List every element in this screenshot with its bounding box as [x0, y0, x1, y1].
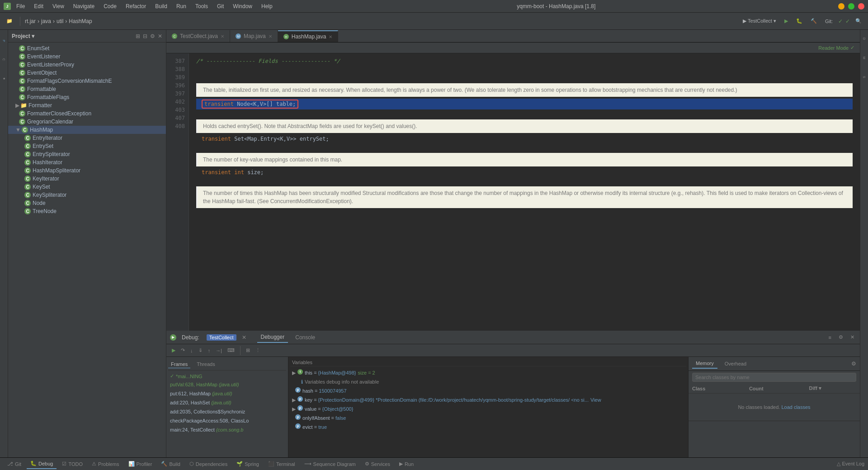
tab-overhead[interactable]: Overhead: [721, 359, 750, 368]
menu-file[interactable]: File: [14, 2, 27, 10]
memory-search-input[interactable]: [692, 373, 856, 382]
expand-all-button[interactable]: ⊟: [143, 33, 147, 39]
menu-run[interactable]: Run: [175, 2, 188, 10]
tab-profiler[interactable]: 📊 Profiler: [125, 459, 156, 469]
code-editor[interactable]: 387 388 389 396 397 402 403 407 408: [166, 53, 860, 331]
tab-memory[interactable]: Memory: [692, 359, 717, 369]
close-button[interactable]: [858, 3, 864, 9]
tree-item-eventlistenerproxy[interactable]: C EventListenerProxy: [8, 61, 166, 69]
reader-mode-label[interactable]: Reader Mode: [818, 45, 849, 51]
maximize-button[interactable]: [848, 3, 854, 9]
frame-add-hashset[interactable]: add:220, HashSet (java.util): [168, 398, 286, 407]
tree-item-eventobject[interactable]: C EventObject: [8, 69, 166, 77]
menu-help[interactable]: Help: [259, 2, 274, 10]
project-sidebar-icon[interactable]: P: [0, 32, 8, 50]
var-evict[interactable]: p evict = true: [290, 423, 686, 432]
frame-add-collections[interactable]: add:2035, Collections$Synchroniz: [168, 407, 286, 416]
tree-item-keyiterator[interactable]: C KeyIterator: [8, 175, 166, 183]
tab-close-icon[interactable]: ✕: [269, 34, 272, 39]
collapse-all-button[interactable]: ⊞: [136, 33, 140, 39]
menu-build[interactable]: Build: [153, 2, 169, 10]
tab-debug[interactable]: 🐛 Debug: [27, 459, 57, 469]
tree-item-gregoriancalendar[interactable]: C GregorianCalendar: [8, 118, 166, 126]
tree-item-formatterclosed[interactable]: C FormatterClosedException: [8, 109, 166, 118]
code-content[interactable]: /* --------------- Fields --------------…: [189, 53, 860, 331]
step-out-button[interactable]: ↑: [206, 347, 212, 354]
force-step-into-button[interactable]: ⇓: [197, 347, 204, 354]
tab-terminal[interactable]: ⬛ Terminal: [264, 459, 299, 469]
settings-button[interactable]: ⚙: [150, 33, 155, 39]
tab-services[interactable]: ⚙ Services: [361, 459, 394, 469]
tab-frames[interactable]: Frames: [168, 361, 190, 368]
breadcrumb-java[interactable]: java: [41, 18, 51, 24]
tab-debugger[interactable]: Debugger: [257, 332, 288, 343]
tree-item-eventlistener[interactable]: C EventListener: [8, 52, 166, 61]
var-value[interactable]: ▶ p value = {Object@500}: [290, 404, 686, 413]
view-link[interactable]: View: [590, 396, 601, 404]
tab-close-icon[interactable]: ✕: [221, 34, 224, 39]
minimize-button[interactable]: [838, 3, 844, 9]
tab-console[interactable]: Console: [292, 332, 319, 342]
menu-refactor[interactable]: Refactor: [124, 2, 148, 10]
var-key[interactable]: ▶ p key = {ProtectionDomain@499} *Protec…: [290, 395, 686, 404]
commit-sidebar-icon[interactable]: C: [0, 51, 8, 69]
menu-git[interactable]: Git: [215, 2, 226, 10]
debug-close-session-icon[interactable]: ✕: [242, 334, 246, 341]
build-button[interactable]: 🔨: [808, 17, 820, 25]
tab-spring[interactable]: 🌱 Spring: [233, 459, 263, 469]
var-onlyifabsent[interactable]: p onlyIfAbsent = false: [290, 413, 686, 423]
close-panel-button[interactable]: ✕: [158, 33, 162, 39]
frame-checkpackage[interactable]: checkPackageAccess:508, ClassLo: [168, 416, 286, 425]
step-into-button[interactable]: ↓: [189, 347, 195, 354]
tree-item-entryset[interactable]: C EntrySet: [8, 142, 166, 150]
tab-git[interactable]: ⎇ Git: [4, 459, 25, 469]
close-debug-button[interactable]: ✕: [849, 333, 856, 341]
breadcrumb-hashmap[interactable]: HashMap: [69, 18, 92, 24]
tab-run[interactable]: ▶ Run: [396, 459, 417, 469]
resume-button[interactable]: ▶: [170, 347, 177, 354]
tree-item-formattable[interactable]: C Formattable: [8, 85, 166, 93]
tree-item-hashmapspliterator[interactable]: C HashMapSpliterator: [8, 166, 166, 175]
structure-sidebar-icon[interactable]: S: [861, 68, 868, 86]
git-button[interactable]: Git:: [822, 17, 835, 25]
tab-todo[interactable]: ☑ TODO: [58, 459, 86, 469]
tab-build[interactable]: 🔨 Build: [157, 459, 184, 469]
favorites-sidebar-icon[interactable]: ★: [0, 70, 8, 88]
frame-put[interactable]: put:612, HashMap (java.util): [168, 389, 286, 398]
run-config-selector[interactable]: ▶ TestCollect ▾: [740, 17, 779, 25]
step-over-button[interactable]: ↷: [179, 347, 187, 354]
project-icon-button[interactable]: 📁: [4, 17, 15, 25]
menu-view[interactable]: View: [51, 2, 66, 10]
tree-item-entryspliterator[interactable]: C EntrySpliterator: [8, 150, 166, 158]
tree-item-entryiterator[interactable]: C EntryIterator: [8, 134, 166, 142]
tree-item-node[interactable]: C Node: [8, 199, 166, 207]
restore-layout-button[interactable]: ⊞: [244, 347, 252, 354]
tab-close-icon[interactable]: ✕: [329, 34, 332, 39]
tree-item-formatter[interactable]: ▶ 📁 Formatter: [8, 101, 166, 109]
search-everywhere-button[interactable]: 🔍: [853, 17, 864, 25]
run-to-cursor-button[interactable]: →|: [214, 347, 224, 354]
current-thread[interactable]: ✓ *mai...NING: [168, 372, 286, 380]
breadcrumb-util[interactable]: util: [57, 18, 63, 24]
tab-dependencies[interactable]: ⬡ Dependencies: [186, 459, 231, 469]
tab-problems[interactable]: ⚠ Problems: [88, 459, 123, 469]
menu-code[interactable]: Code: [102, 2, 118, 10]
database-sidebar-icon[interactable]: D: [861, 30, 868, 48]
var-this[interactable]: ▶ t this = {HashMap@498} size = 2: [290, 368, 686, 377]
tree-item-treenode[interactable]: C TreeNode: [8, 207, 166, 215]
tab-threads[interactable]: Threads: [194, 361, 217, 368]
tab-hashmap[interactable]: H HashMap.java ✕: [278, 30, 339, 42]
tree-item-keyspliterator[interactable]: C KeySpliterator: [8, 191, 166, 199]
format-list-button[interactable]: ≡: [827, 334, 833, 341]
menu-tools[interactable]: Tools: [193, 2, 210, 10]
settings-debug-button[interactable]: ⚙: [837, 333, 845, 341]
menu-edit[interactable]: Edit: [32, 2, 45, 10]
tree-item-hashiterator[interactable]: C HashIterator: [8, 158, 166, 166]
tree-item-hashmap[interactable]: ▼ C HashMap: [8, 126, 166, 134]
tab-map[interactable]: M Map.java ✕: [230, 30, 278, 42]
frame-main[interactable]: main:24, TestCollect (com.song.b: [168, 425, 286, 434]
tree-item-enumset[interactable]: C EnumSet: [8, 44, 166, 52]
run-button[interactable]: ▶: [782, 17, 791, 25]
memory-settings-icon[interactable]: ⚙: [851, 361, 856, 367]
event-log-link[interactable]: △ Event Log: [837, 461, 864, 467]
